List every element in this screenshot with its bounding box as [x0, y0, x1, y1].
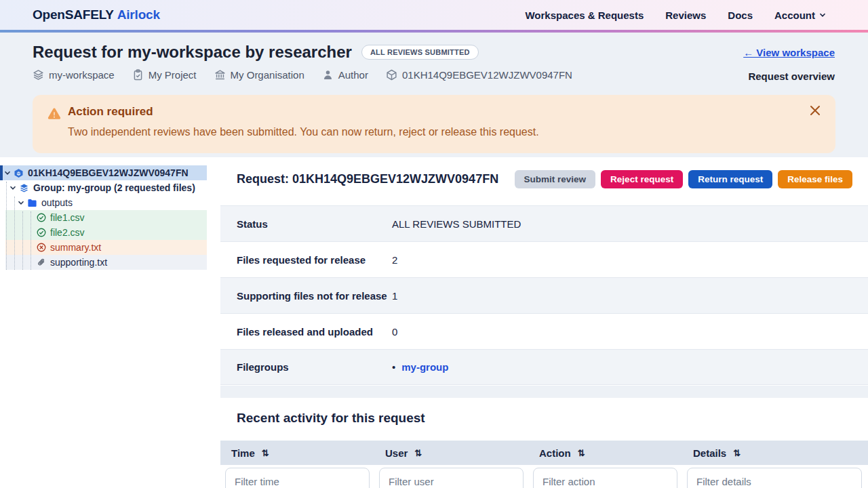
filter-user-input[interactable]: [379, 468, 524, 488]
detail-label: Filegroups: [237, 361, 392, 373]
check-circle-icon: [37, 213, 46, 222]
meta-author: Author: [322, 69, 368, 81]
tree-item-request-label: 01KH14Q9EBGEV12WJZWV0947FN: [28, 167, 189, 178]
nav-links: Workspaces & Requests Reviews Docs Accou…: [525, 9, 826, 21]
meta-author-label: Author: [338, 69, 368, 81]
column-label: Time: [231, 447, 255, 459]
chevron-down-icon[interactable]: [9, 184, 16, 191]
filegroup-link[interactable]: my-group: [401, 361, 448, 373]
tree-item-group-label: Group: my-group (2 requested files): [33, 182, 195, 193]
tree-file-summary[interactable]: summary.txt: [5, 240, 207, 255]
tree-file-file2[interactable]: file2.csv: [5, 225, 207, 240]
tree-file-supporting[interactable]: supporting.txt: [5, 255, 207, 270]
detail-value: 0: [392, 326, 397, 338]
column-label: User: [385, 447, 408, 459]
detail-row-files-requested: Files requested for release 2: [220, 241, 868, 277]
meta-project-label: My Project: [149, 69, 197, 81]
detail-row-files-released: Files released and uploaded 0: [220, 313, 868, 349]
detail-row-filegroups: Filegroups •my-group: [220, 349, 868, 385]
sort-icon[interactable]: ⇅: [733, 448, 741, 458]
detail-label: Supporting files not for release: [237, 290, 392, 302]
column-header-user[interactable]: User ⇅: [374, 447, 528, 459]
close-icon[interactable]: [806, 102, 825, 121]
file-tree: 01KH14Q9EBGEV12WJZWV0947FN Group: my-gro…: [0, 165, 207, 270]
chevron-down-icon[interactable]: [18, 199, 24, 206]
activity-heading: Recent activity for this request: [237, 411, 425, 426]
nav-reviews[interactable]: Reviews: [665, 9, 706, 21]
detail-label: Files requested for release: [237, 254, 392, 266]
reject-request-button[interactable]: Reject request: [601, 170, 683, 188]
section-divider: [220, 386, 868, 398]
layers-icon: [33, 69, 44, 81]
column-label: Details: [693, 447, 726, 459]
filter-cell-details: [682, 465, 868, 488]
sort-icon[interactable]: ⇅: [414, 448, 422, 458]
main-panel: Request: 01KH14Q9EBGEV12WJZWV0947FN Subm…: [220, 157, 868, 488]
alert-title: Action required: [68, 105, 153, 119]
request-heading: Request: 01KH14Q9EBGEV12WJZWV0947FN: [237, 172, 498, 186]
top-navbar: OpenSAFELYAirlock Workspaces & Requests …: [0, 0, 868, 30]
tree-guide-line: [31, 211, 31, 270]
detail-value: 2: [392, 254, 397, 266]
detail-row-status: Status ALL REVIEWS SUBMITTED: [220, 205, 868, 241]
nav-docs[interactable]: Docs: [728, 9, 753, 21]
list-bullet: •: [392, 361, 395, 373]
view-workspace-link[interactable]: ← View workspace: [743, 47, 835, 58]
request-cube-icon: [386, 69, 397, 81]
author-person-icon: [322, 69, 334, 81]
detail-label: Status: [237, 218, 392, 230]
sort-icon[interactable]: ⇅: [578, 448, 585, 458]
brand-logo[interactable]: OpenSAFELYAirlock: [33, 7, 160, 22]
activity-table-header: Time ⇅ User ⇅ Action ⇅ Details ⇅: [220, 441, 868, 465]
action-required-alert: Action required Two independent reviews …: [33, 95, 835, 153]
filter-action-input[interactable]: [533, 468, 677, 488]
return-request-button[interactable]: Return request: [688, 170, 772, 188]
detail-value: 1: [392, 290, 397, 302]
request-cube-icon: [14, 168, 24, 178]
page-title: Request for my-workspace by researcher A…: [33, 43, 479, 62]
request-actions: Submit review Reject request Return requ…: [515, 170, 852, 188]
activity-filter-row: [220, 465, 868, 488]
column-header-action[interactable]: Action ⇅: [528, 447, 682, 459]
tree-file-label: file2.csv: [50, 227, 85, 238]
tree-item-folder-outputs[interactable]: outputs: [0, 195, 207, 210]
nav-account-menu[interactable]: Account: [774, 9, 826, 21]
paperclip-icon: [37, 258, 46, 267]
check-circle-icon: [37, 228, 46, 237]
alert-message: Two independent reviews have been submit…: [68, 126, 539, 138]
tree-file-label: summary.txt: [50, 242, 101, 253]
page-title-text: Request for my-workspace by researcher: [33, 43, 352, 62]
tree-file-file1[interactable]: file1.csv: [5, 210, 207, 225]
page: OpenSAFELYAirlock Workspaces & Requests …: [0, 0, 868, 488]
column-header-details[interactable]: Details ⇅: [682, 447, 868, 459]
tree-guide-line: [6, 182, 7, 270]
meta-organisation: My Organisation: [214, 69, 304, 81]
meta-workspace: my-workspace: [33, 69, 115, 81]
release-files-button[interactable]: Release files: [778, 170, 852, 188]
chevron-down-icon[interactable]: [4, 169, 11, 176]
tree-file-label: supporting.txt: [50, 257, 107, 268]
filter-details-input[interactable]: [687, 468, 862, 488]
brand-primary: OpenSAFELY: [33, 7, 114, 22]
column-header-time[interactable]: Time ⇅: [220, 447, 374, 459]
tree-item-group[interactable]: Group: my-group (2 requested files): [0, 180, 207, 195]
detail-value: ALL REVIEWS SUBMITTED: [392, 218, 521, 230]
request-meta-row: my-workspace My Project My Organisation …: [33, 69, 572, 81]
detail-label: Files released and uploaded: [237, 326, 392, 338]
filter-time-input[interactable]: [225, 468, 370, 488]
meta-project: My Project: [132, 69, 197, 81]
chevron-down-icon: [819, 12, 826, 18]
status-badge: ALL REVIEWS SUBMITTED: [361, 45, 479, 60]
submit-review-button[interactable]: Submit review: [515, 170, 596, 188]
project-clipboard-icon: [132, 69, 144, 81]
nav-workspaces-requests[interactable]: Workspaces & Requests: [525, 9, 644, 21]
request-details-table: Status ALL REVIEWS SUBMITTED Files reque…: [220, 205, 868, 385]
tree-guide-line: [14, 197, 15, 270]
organisation-bank-icon: [214, 69, 226, 81]
filter-cell-action: [528, 465, 682, 488]
sort-icon[interactable]: ⇅: [262, 448, 269, 458]
request-overview-label: Request overview: [748, 70, 835, 82]
detail-value: •my-group: [392, 361, 448, 373]
nav-account-label: Account: [774, 9, 815, 21]
tree-item-request[interactable]: 01KH14Q9EBGEV12WJZWV0947FN: [0, 165, 207, 180]
